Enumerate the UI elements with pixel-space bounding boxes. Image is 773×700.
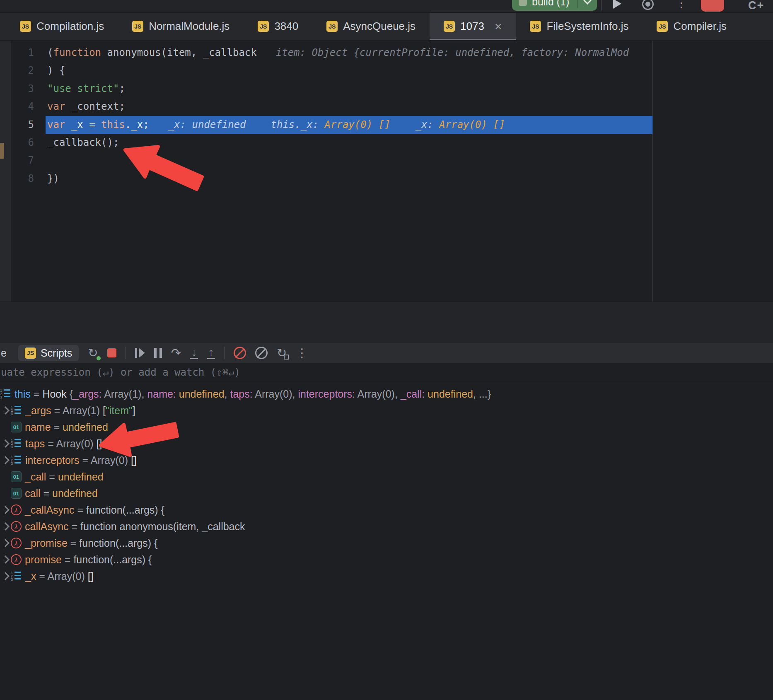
evaluate-expression-bar[interactable]: uate expression (↵) or add a watch (⇧⌘↵): [0, 363, 773, 382]
variable-row-callasync-private[interactable]: λ _callAsync = function(...args) {: [0, 502, 773, 518]
code-line-5-execution-point[interactable]: var _x = this._x;_x: undefinedthis._x: A…: [46, 116, 653, 134]
lambda-icon: λ: [11, 521, 22, 532]
variable-row-callasync[interactable]: λ callAsync = function anonymous(item, _…: [0, 518, 773, 535]
run-button[interactable]: [613, 0, 621, 9]
code-editor[interactable]: 1 2 3 4 5 6 7 8 (function anonymous(item…: [0, 41, 773, 302]
variable-name: _call: [25, 471, 46, 483]
stop-icon[interactable]: [107, 348, 116, 357]
code-token-string: "use strict": [47, 83, 119, 94]
code-line-6[interactable]: _callback();: [46, 134, 653, 152]
inline-debug-hint-value: Array(0) []: [325, 119, 391, 130]
code-line-1[interactable]: (function anonymous(item, _callbackitem:…: [46, 44, 653, 62]
tab-filesysteminfo-js[interactable]: JS FileSystemInfo.js: [516, 12, 643, 40]
code-token-keyword: var: [47, 119, 65, 130]
expand-chevron-icon[interactable]: [0, 573, 11, 579]
expand-chevron-icon[interactable]: [0, 524, 11, 529]
tab-normalmodule-js[interactable]: JS NormalModule.js: [118, 12, 244, 40]
tab-asyncqueue-js[interactable]: JS AsyncQueue.js: [312, 12, 430, 40]
code-token: ) {: [47, 65, 65, 76]
code-area[interactable]: (function anonymous(item, _callbackitem:…: [46, 44, 773, 188]
variable-text: this = Hook {_args: Array(1), name: unde…: [14, 388, 491, 400]
variable-row-args[interactable]: _args = Array(1) ["item"]: [0, 402, 773, 419]
property-key: _call:: [401, 388, 425, 400]
expand-chevron-icon[interactable]: [0, 457, 11, 463]
debugger-toolbar: e JS Scripts ↻ ↷ ↓ ↑ ↻ ⋮: [0, 343, 773, 363]
inline-debug-hint: _x:: [415, 119, 440, 130]
variable-row-this[interactable]: this = Hook {_args: Array(1), name: unde…: [0, 386, 773, 402]
variable-row-interceptors[interactable]: interceptors = Array(0) []: [0, 452, 773, 468]
variable-row-x[interactable]: _x = Array(0) []: [0, 568, 773, 584]
variable-row-promise[interactable]: λ promise = function(...args) {: [0, 551, 773, 568]
tab-3840[interactable]: JS 3840: [244, 12, 312, 40]
editor-gutter[interactable]: 1 2 3 4 5 6 7 8: [11, 44, 34, 188]
code-line-2[interactable]: ) {: [46, 62, 653, 80]
step-over-icon[interactable]: ↷: [171, 347, 181, 359]
variable-row-name[interactable]: 01 name = undefined: [0, 419, 773, 435]
line-number[interactable]: 8: [11, 170, 34, 188]
expand-chevron-icon[interactable]: [0, 540, 11, 546]
property-key: taps:: [230, 388, 253, 400]
stop-button[interactable]: [701, 0, 724, 12]
variable-name: interceptors: [25, 454, 80, 466]
variable-row-call[interactable]: 01 call = undefined: [0, 485, 773, 502]
restore-layout-icon[interactable]: ↻: [277, 347, 287, 359]
expand-chevron-icon[interactable]: [0, 408, 11, 413]
tab-compiler-js[interactable]: JS Compiler.js: [643, 12, 741, 40]
console-area: [0, 302, 773, 343]
code-token: anonymous(item, _callback: [101, 47, 257, 58]
line-number[interactable]: 4: [11, 98, 34, 116]
stripe-marker: [0, 143, 4, 159]
array-icon: [11, 405, 22, 416]
variable-name: taps: [25, 438, 45, 449]
code-token: _callback();: [47, 137, 119, 148]
inline-debug-hint: item: Object {currentProfile: undefined,…: [276, 47, 629, 58]
mute-breakpoints-icon[interactable]: [255, 347, 268, 359]
tab-compilation-js[interactable]: JS Compilation.js: [6, 12, 118, 40]
code-token-keyword: this: [101, 119, 125, 130]
settings-gear-icon[interactable]: [642, 0, 654, 10]
run-configuration-button[interactable]: build (1): [512, 0, 597, 11]
pause-icon[interactable]: [154, 348, 162, 358]
step-into-icon[interactable]: ↓: [190, 347, 198, 359]
lambda-icon: λ: [11, 504, 22, 515]
code-line-3[interactable]: "use strict";: [46, 80, 653, 98]
variable-row-taps[interactable]: taps = Array(0) []: [0, 435, 773, 452]
more-actions-icon[interactable]: ⋮: [675, 0, 688, 9]
line-number[interactable]: 6: [11, 134, 34, 152]
code-token: (: [47, 47, 53, 58]
clipped-tab-text[interactable]: e: [1, 347, 7, 359]
line-number[interactable]: 1: [11, 44, 34, 62]
variables-panel[interactable]: this = Hook {_args: Array(1), name: unde…: [0, 383, 773, 700]
expand-chevron-icon[interactable]: [0, 441, 11, 447]
resume-icon[interactable]: [135, 348, 145, 358]
main-toolbar: build (1) ⋮ C+: [0, 0, 773, 13]
close-icon[interactable]: ×: [495, 20, 502, 33]
js-file-icon: JS: [132, 21, 143, 32]
code-line-4[interactable]: var _context;: [46, 98, 653, 116]
variable-name: _x: [25, 570, 36, 582]
line-number[interactable]: 7: [11, 152, 34, 169]
view-breakpoints-icon[interactable]: [234, 347, 246, 359]
rerun-icon[interactable]: ↻: [88, 347, 98, 359]
more-icon[interactable]: ⋮: [296, 347, 308, 359]
expand-chevron-icon[interactable]: [0, 557, 11, 562]
tool-window-stripe: [0, 41, 11, 302]
variable-row-promise-private[interactable]: λ _promise = function(...args) {: [0, 535, 773, 551]
line-number[interactable]: 3: [11, 80, 34, 98]
tab-label: 1073: [460, 20, 484, 33]
toolbar-separator: [126, 347, 126, 359]
step-out-icon[interactable]: ↑: [207, 347, 215, 359]
variable-row-call-private[interactable]: 01 _call = undefined: [0, 468, 773, 485]
line-number[interactable]: 2: [11, 62, 34, 80]
expand-chevron-icon[interactable]: [0, 507, 11, 513]
tab-1073-active[interactable]: JS 1073 ×: [430, 12, 516, 40]
array-icon: [11, 438, 22, 449]
c-plus-icon[interactable]: C+: [748, 0, 764, 12]
class-name: Hook: [42, 388, 69, 400]
tab-label: AsyncQueue.js: [343, 20, 415, 33]
line-number-current[interactable]: 5: [11, 116, 34, 134]
code-line-7[interactable]: [46, 152, 653, 169]
tab-scripts[interactable]: JS Scripts: [18, 345, 79, 361]
chevron-down-icon[interactable]: [577, 0, 590, 8]
code-line-8[interactable]: }): [46, 170, 653, 188]
